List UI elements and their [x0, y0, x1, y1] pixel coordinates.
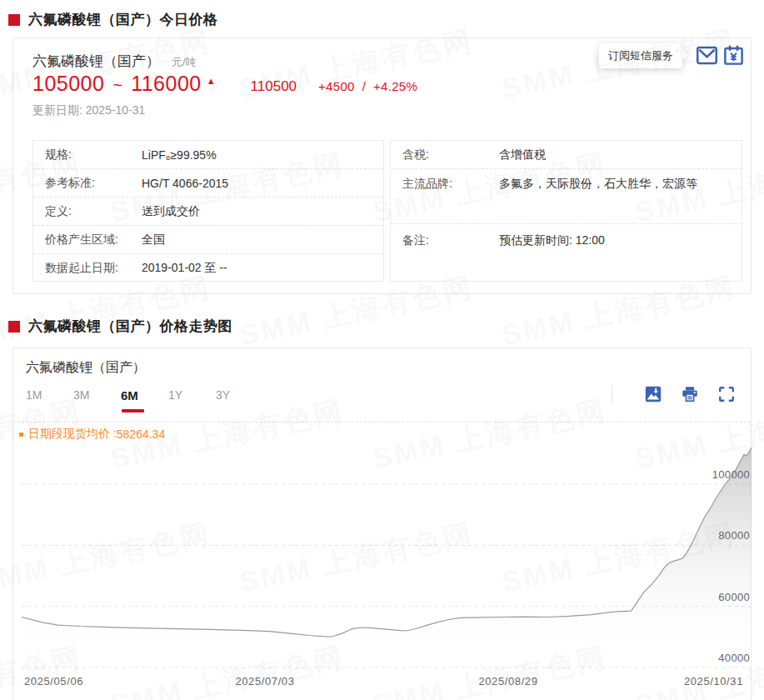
save-image-button[interactable] — [644, 385, 662, 403]
price-subscribe-button[interactable] — [722, 44, 745, 67]
price-change: +4500 / +4.25% — [318, 79, 417, 93]
price-trend-plot[interactable]: 100000800006000040000 — [22, 447, 752, 668]
red-square-bullet — [8, 321, 20, 332]
price-up-arrow-icon: ▲ — [207, 76, 216, 86]
spec-row: 数据起止日期: 2019-01-02 至 -- — [33, 254, 383, 282]
y-tick-label: 60000 — [718, 591, 750, 603]
price-range-separator: ~ — [112, 76, 122, 95]
red-square-bullet — [8, 14, 20, 26]
today-price-section-title: 六氟磷酸锂（国产）今日价格 — [8, 10, 218, 29]
line-chart — [22, 447, 752, 668]
section-title-text: 六氟磷酸锂（国产）今日价格 — [28, 10, 218, 29]
spec-table-left: 规格: LiPF₆≥99.95% 参考标准: HG/T 4066-2015 定义… — [32, 140, 384, 282]
product-name: 六氟磷酸锂（国产） — [32, 52, 160, 71]
legend-value: 58264.34 — [117, 428, 165, 441]
spec-row: 备注: 预估更新时间: 12:00 — [391, 224, 742, 281]
section-title-text: 六氟磷酸锂（国产）价格走势图 — [28, 317, 232, 336]
fullscreen-icon — [717, 385, 736, 403]
tab-3m[interactable]: 3M — [73, 388, 121, 402]
smm-watermark: SMM 上海有色网 — [761, 268, 764, 355]
toolbar-divider — [612, 385, 612, 403]
spec-table-right: 含税: 含增值税 主流品牌: 多氟多，天际股份，石大胜华，宏源等 备注: 预估更… — [390, 140, 742, 282]
fullscreen-button[interactable] — [717, 385, 736, 403]
subscribe-mail-button[interactable] — [696, 44, 718, 67]
smm-watermark: SMM 上海有色网 — [761, 22, 764, 108]
tab-3y[interactable]: 3Y — [216, 388, 263, 402]
update-date: 更新日期: 2025-10-31 — [32, 103, 145, 118]
tab-1m[interactable]: 1M — [26, 388, 73, 402]
period-tabs: 1M 3M 6M 1Y 3Y — [26, 388, 263, 402]
print-icon — [681, 385, 699, 403]
x-tick-label: 2025/07/03 — [235, 675, 294, 688]
spec-row: 含税: 含增值税 — [391, 141, 742, 169]
price-low: 105000 — [32, 72, 104, 96]
page: SMM 上海有色网SMM 上海有色网SMM 上海有色网SMM 上海有色网SMM … — [0, 0, 764, 700]
y-tick-label: 80000 — [718, 529, 750, 542]
save-image-icon — [644, 385, 662, 403]
trend-chart-section-title: 六氟磷酸锂（国产）价格走势图 — [8, 317, 232, 336]
chart-card: 六氟磷酸锂（国产） 1M 3M 6M 1Y 3Y — [12, 348, 752, 700]
subscribe-sms-tooltip: 订阅短信服务 — [599, 43, 682, 68]
price-unit: 元/吨 — [172, 55, 197, 70]
price-average: 110500 — [251, 78, 297, 95]
print-button[interactable] — [681, 385, 699, 403]
price-card: 六氟磷酸锂（国产） 元/吨 订阅短信服务 105000 ~ 116000 ▲ 1… — [12, 38, 752, 294]
smm-watermark: SMM 上海有色网 — [761, 515, 764, 602]
envelope-icon — [696, 44, 718, 67]
spec-row: 主流品牌: 多氟多，天际股份，石大胜华，宏源等 — [391, 169, 742, 224]
x-tick-label: 2025/05/06 — [24, 675, 83, 688]
x-tick-label: 2025/08/29 — [478, 675, 537, 688]
spec-row: 参考标准: HG/T 4066-2015 — [33, 169, 383, 198]
x-axis-labels: 2025/05/062025/07/032025/08/292025/10/31 — [22, 675, 752, 692]
y-tick-label: 100000 — [712, 468, 750, 481]
x-tick-label: 2025/10/31 — [684, 675, 743, 688]
chart-legend: 日期段现货均价 : 58264.34 — [19, 427, 165, 442]
chart-toolbar — [612, 385, 736, 403]
tab-1y[interactable]: 1Y — [168, 388, 216, 402]
spec-row: 价格产生区域: 全国 — [33, 226, 383, 254]
chart-title: 六氟磷酸锂（国产） — [26, 359, 146, 377]
y-tick-label: 40000 — [718, 652, 750, 664]
legend-label: 日期段现货均价 : — [28, 427, 117, 442]
price-bill-icon — [722, 44, 745, 67]
dashed-separator — [13, 422, 751, 422]
tab-6m[interactable]: 6M — [121, 388, 168, 402]
price-high: 116000 — [131, 72, 202, 96]
legend-dot-icon — [19, 432, 23, 437]
spec-row: 定义: 送到成交价 — [33, 198, 383, 226]
spec-row: 规格: LiPF₆≥99.95% — [33, 141, 383, 169]
